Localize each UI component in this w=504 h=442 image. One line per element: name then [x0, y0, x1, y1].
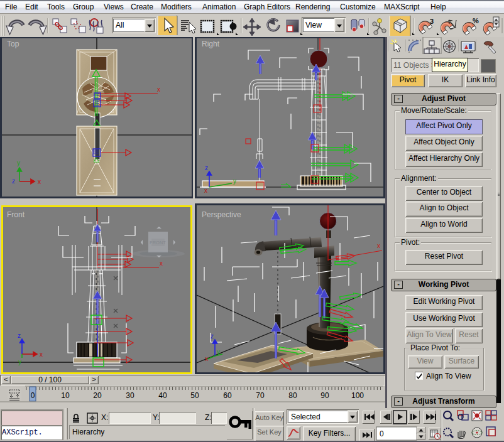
- svg-text:0: 0: [380, 429, 384, 438]
- svg-text:40: 40: [158, 391, 167, 400]
- svg-text:80: 80: [288, 391, 297, 400]
- svg-text:z: z: [18, 332, 21, 339]
- svg-text:%: %: [473, 17, 479, 24]
- svg-text:0: 0: [31, 391, 35, 400]
- svg-text:20: 20: [93, 391, 102, 400]
- svg-text:100: 100: [351, 391, 364, 400]
- svg-text:z: z: [205, 164, 208, 171]
- svg-text:x: x: [205, 355, 208, 362]
- svg-text:z: z: [12, 178, 15, 185]
- svg-text:x: x: [160, 260, 163, 267]
- svg-text:x: x: [377, 242, 380, 249]
- svg-text:10: 10: [61, 391, 70, 400]
- svg-text:30: 30: [126, 391, 134, 400]
- svg-text:x: x: [38, 178, 41, 185]
- svg-text:50: 50: [190, 391, 199, 400]
- svg-text:90: 90: [320, 391, 329, 400]
- svg-text:y: y: [217, 348, 220, 355]
- svg-text:60: 60: [223, 391, 232, 400]
- svg-text:3: 3: [430, 18, 434, 25]
- svg-text:y: y: [17, 159, 20, 166]
- svg-text:y: y: [18, 358, 21, 365]
- svg-text:FRONT: FRONT: [150, 240, 166, 245]
- svg-text:z: z: [211, 333, 214, 340]
- svg-text:70: 70: [256, 391, 265, 400]
- svg-text:x: x: [40, 351, 43, 358]
- svg-text:x: x: [157, 86, 160, 93]
- svg-text:y: y: [233, 178, 236, 185]
- svg-text:x: x: [204, 187, 207, 194]
